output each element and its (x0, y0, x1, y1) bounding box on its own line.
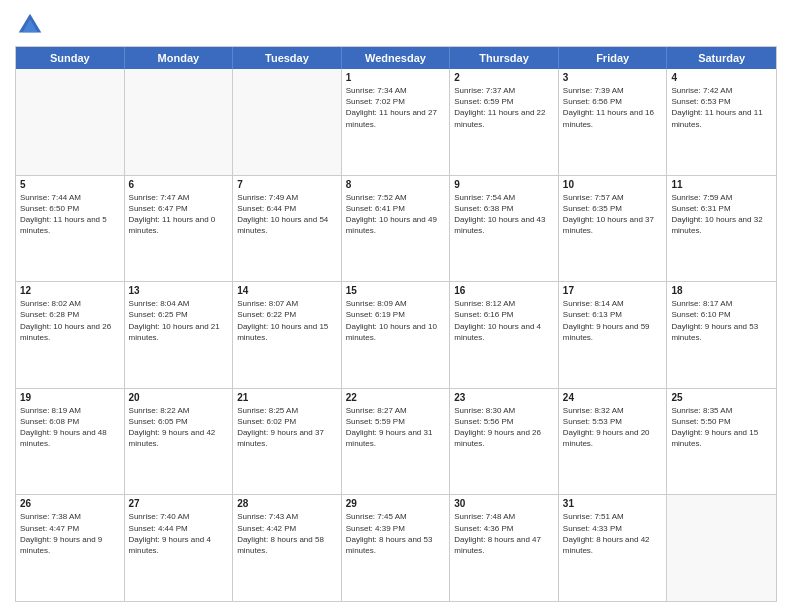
day-number: 17 (563, 285, 663, 296)
day-number: 26 (20, 498, 120, 509)
day-info: Sunrise: 7:39 AM Sunset: 6:56 PM Dayligh… (563, 85, 663, 130)
day-cell-12: 12Sunrise: 8:02 AM Sunset: 6:28 PM Dayli… (16, 282, 125, 388)
day-number: 24 (563, 392, 663, 403)
day-cell-23: 23Sunrise: 8:30 AM Sunset: 5:56 PM Dayli… (450, 389, 559, 495)
day-cell-17: 17Sunrise: 8:14 AM Sunset: 6:13 PM Dayli… (559, 282, 668, 388)
day-info: Sunrise: 7:48 AM Sunset: 4:36 PM Dayligh… (454, 511, 554, 556)
day-number: 10 (563, 179, 663, 190)
day-number: 15 (346, 285, 446, 296)
calendar: SundayMondayTuesdayWednesdayThursdayFrid… (15, 46, 777, 602)
day-info: Sunrise: 7:52 AM Sunset: 6:41 PM Dayligh… (346, 192, 446, 237)
day-info: Sunrise: 7:38 AM Sunset: 4:47 PM Dayligh… (20, 511, 120, 556)
empty-cell (16, 69, 125, 175)
day-info: Sunrise: 8:07 AM Sunset: 6:22 PM Dayligh… (237, 298, 337, 343)
day-number: 21 (237, 392, 337, 403)
header-day-tuesday: Tuesday (233, 47, 342, 69)
page: SundayMondayTuesdayWednesdayThursdayFrid… (0, 0, 792, 612)
day-info: Sunrise: 8:02 AM Sunset: 6:28 PM Dayligh… (20, 298, 120, 343)
day-cell-25: 25Sunrise: 8:35 AM Sunset: 5:50 PM Dayli… (667, 389, 776, 495)
day-info: Sunrise: 8:14 AM Sunset: 6:13 PM Dayligh… (563, 298, 663, 343)
day-info: Sunrise: 8:12 AM Sunset: 6:16 PM Dayligh… (454, 298, 554, 343)
day-info: Sunrise: 7:59 AM Sunset: 6:31 PM Dayligh… (671, 192, 772, 237)
day-cell-3: 3Sunrise: 7:39 AM Sunset: 6:56 PM Daylig… (559, 69, 668, 175)
header-day-thursday: Thursday (450, 47, 559, 69)
empty-cell (233, 69, 342, 175)
day-cell-18: 18Sunrise: 8:17 AM Sunset: 6:10 PM Dayli… (667, 282, 776, 388)
logo (15, 10, 49, 40)
day-number: 19 (20, 392, 120, 403)
day-cell-9: 9Sunrise: 7:54 AM Sunset: 6:38 PM Daylig… (450, 176, 559, 282)
day-info: Sunrise: 7:40 AM Sunset: 4:44 PM Dayligh… (129, 511, 229, 556)
day-cell-10: 10Sunrise: 7:57 AM Sunset: 6:35 PM Dayli… (559, 176, 668, 282)
day-cell-6: 6Sunrise: 7:47 AM Sunset: 6:47 PM Daylig… (125, 176, 234, 282)
day-info: Sunrise: 8:35 AM Sunset: 5:50 PM Dayligh… (671, 405, 772, 450)
day-info: Sunrise: 7:42 AM Sunset: 6:53 PM Dayligh… (671, 85, 772, 130)
day-info: Sunrise: 7:51 AM Sunset: 4:33 PM Dayligh… (563, 511, 663, 556)
header-day-friday: Friday (559, 47, 668, 69)
day-number: 30 (454, 498, 554, 509)
day-cell-26: 26Sunrise: 7:38 AM Sunset: 4:47 PM Dayli… (16, 495, 125, 601)
day-number: 23 (454, 392, 554, 403)
day-number: 3 (563, 72, 663, 83)
day-number: 28 (237, 498, 337, 509)
day-cell-21: 21Sunrise: 8:25 AM Sunset: 6:02 PM Dayli… (233, 389, 342, 495)
header-day-monday: Monday (125, 47, 234, 69)
day-number: 8 (346, 179, 446, 190)
day-info: Sunrise: 7:49 AM Sunset: 6:44 PM Dayligh… (237, 192, 337, 237)
day-info: Sunrise: 7:57 AM Sunset: 6:35 PM Dayligh… (563, 192, 663, 237)
week-row-2: 12Sunrise: 8:02 AM Sunset: 6:28 PM Dayli… (16, 281, 776, 388)
day-cell-24: 24Sunrise: 8:32 AM Sunset: 5:53 PM Dayli… (559, 389, 668, 495)
day-info: Sunrise: 7:34 AM Sunset: 7:02 PM Dayligh… (346, 85, 446, 130)
day-cell-29: 29Sunrise: 7:45 AM Sunset: 4:39 PM Dayli… (342, 495, 451, 601)
day-number: 16 (454, 285, 554, 296)
week-row-4: 26Sunrise: 7:38 AM Sunset: 4:47 PM Dayli… (16, 494, 776, 601)
day-info: Sunrise: 8:19 AM Sunset: 6:08 PM Dayligh… (20, 405, 120, 450)
day-number: 27 (129, 498, 229, 509)
day-cell-20: 20Sunrise: 8:22 AM Sunset: 6:05 PM Dayli… (125, 389, 234, 495)
empty-cell (125, 69, 234, 175)
day-info: Sunrise: 7:45 AM Sunset: 4:39 PM Dayligh… (346, 511, 446, 556)
day-cell-11: 11Sunrise: 7:59 AM Sunset: 6:31 PM Dayli… (667, 176, 776, 282)
header-day-sunday: Sunday (16, 47, 125, 69)
week-row-3: 19Sunrise: 8:19 AM Sunset: 6:08 PM Dayli… (16, 388, 776, 495)
day-info: Sunrise: 8:25 AM Sunset: 6:02 PM Dayligh… (237, 405, 337, 450)
week-row-0: 1Sunrise: 7:34 AM Sunset: 7:02 PM Daylig… (16, 69, 776, 175)
day-info: Sunrise: 8:27 AM Sunset: 5:59 PM Dayligh… (346, 405, 446, 450)
logo-icon (15, 10, 45, 40)
day-info: Sunrise: 8:09 AM Sunset: 6:19 PM Dayligh… (346, 298, 446, 343)
day-cell-16: 16Sunrise: 8:12 AM Sunset: 6:16 PM Dayli… (450, 282, 559, 388)
header-day-wednesday: Wednesday (342, 47, 451, 69)
day-cell-28: 28Sunrise: 7:43 AM Sunset: 4:42 PM Dayli… (233, 495, 342, 601)
empty-cell (667, 495, 776, 601)
day-info: Sunrise: 7:54 AM Sunset: 6:38 PM Dayligh… (454, 192, 554, 237)
day-cell-14: 14Sunrise: 8:07 AM Sunset: 6:22 PM Dayli… (233, 282, 342, 388)
day-info: Sunrise: 7:43 AM Sunset: 4:42 PM Dayligh… (237, 511, 337, 556)
day-number: 14 (237, 285, 337, 296)
day-info: Sunrise: 7:47 AM Sunset: 6:47 PM Dayligh… (129, 192, 229, 237)
day-cell-22: 22Sunrise: 8:27 AM Sunset: 5:59 PM Dayli… (342, 389, 451, 495)
day-number: 5 (20, 179, 120, 190)
day-info: Sunrise: 8:32 AM Sunset: 5:53 PM Dayligh… (563, 405, 663, 450)
day-number: 22 (346, 392, 446, 403)
day-number: 11 (671, 179, 772, 190)
calendar-body: 1Sunrise: 7:34 AM Sunset: 7:02 PM Daylig… (16, 69, 776, 601)
day-number: 7 (237, 179, 337, 190)
day-number: 9 (454, 179, 554, 190)
day-number: 6 (129, 179, 229, 190)
day-cell-1: 1Sunrise: 7:34 AM Sunset: 7:02 PM Daylig… (342, 69, 451, 175)
day-cell-31: 31Sunrise: 7:51 AM Sunset: 4:33 PM Dayli… (559, 495, 668, 601)
day-number: 1 (346, 72, 446, 83)
day-cell-4: 4Sunrise: 7:42 AM Sunset: 6:53 PM Daylig… (667, 69, 776, 175)
day-cell-13: 13Sunrise: 8:04 AM Sunset: 6:25 PM Dayli… (125, 282, 234, 388)
day-number: 12 (20, 285, 120, 296)
day-info: Sunrise: 8:04 AM Sunset: 6:25 PM Dayligh… (129, 298, 229, 343)
day-number: 29 (346, 498, 446, 509)
day-number: 25 (671, 392, 772, 403)
day-cell-27: 27Sunrise: 7:40 AM Sunset: 4:44 PM Dayli… (125, 495, 234, 601)
day-number: 13 (129, 285, 229, 296)
day-cell-15: 15Sunrise: 8:09 AM Sunset: 6:19 PM Dayli… (342, 282, 451, 388)
week-row-1: 5Sunrise: 7:44 AM Sunset: 6:50 PM Daylig… (16, 175, 776, 282)
day-cell-30: 30Sunrise: 7:48 AM Sunset: 4:36 PM Dayli… (450, 495, 559, 601)
day-number: 31 (563, 498, 663, 509)
day-number: 2 (454, 72, 554, 83)
